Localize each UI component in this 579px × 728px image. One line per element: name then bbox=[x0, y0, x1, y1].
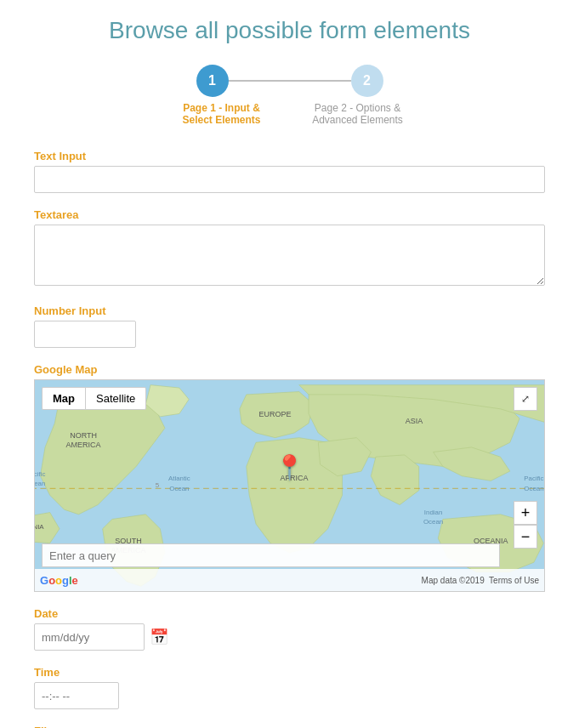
number-input-group: Number Input bbox=[34, 304, 545, 348]
svg-text:Ocean: Ocean bbox=[524, 485, 543, 492]
svg-text:Atlantic: Atlantic bbox=[168, 475, 190, 482]
svg-text:Ocean: Ocean bbox=[423, 518, 443, 526]
map-btn-satellite[interactable]: Satellite bbox=[85, 387, 146, 410]
step-2-label: Page 2 - Options & Advanced Elements bbox=[307, 102, 409, 126]
textarea-label: Textarea bbox=[34, 208, 545, 221]
map-zoom-out-button[interactable]: − bbox=[514, 525, 537, 549]
map-footer: Google Map data ©2019 Terms of Use bbox=[35, 569, 544, 591]
svg-text:OCEANIA: OCEANIA bbox=[35, 523, 44, 531]
svg-text:Pacific: Pacific bbox=[35, 470, 45, 478]
google-map[interactable]: NORTH AMERICA SOUTH AMERICA EUROPE AFRIC… bbox=[34, 379, 545, 592]
map-copyright: Map data ©2019 Terms of Use bbox=[422, 576, 539, 585]
textarea-input[interactable] bbox=[34, 225, 545, 286]
map-type-controls: Map Satellite bbox=[42, 387, 146, 410]
map-pin: 📍 bbox=[275, 453, 304, 481]
map-expand-button[interactable]: ⤢ bbox=[514, 387, 537, 411]
text-input-group: Text Input bbox=[34, 150, 545, 193]
number-input-label: Number Input bbox=[34, 304, 545, 317]
google-map-group: Google Map bbox=[34, 363, 545, 592]
time-input[interactable] bbox=[34, 682, 119, 709]
svg-text:NORTH: NORTH bbox=[70, 431, 97, 440]
stepper: 1 2 Page 1 - Input & Select Elements Pag… bbox=[34, 65, 545, 126]
page-title: Browse all possible form elements bbox=[34, 17, 545, 44]
textarea-group: Textarea bbox=[34, 208, 545, 289]
step-1-circle[interactable]: 1 bbox=[196, 65, 229, 97]
step-2-circle[interactable]: 2 bbox=[351, 65, 383, 97]
text-input[interactable] bbox=[34, 166, 545, 193]
text-input-label: Text Input bbox=[34, 150, 545, 162]
svg-text:5: 5 bbox=[156, 481, 160, 489]
svg-text:Ocean: Ocean bbox=[35, 480, 45, 487]
date-group: Date 📅 bbox=[34, 607, 545, 651]
svg-text:Ocean: Ocean bbox=[169, 485, 189, 492]
date-label: Date bbox=[34, 607, 545, 620]
step-connector bbox=[229, 80, 351, 82]
time-label: Time bbox=[34, 666, 545, 679]
svg-text:Indian: Indian bbox=[424, 509, 442, 516]
number-input[interactable] bbox=[34, 321, 136, 348]
map-search-input[interactable] bbox=[42, 543, 500, 567]
google-logo: Google bbox=[40, 574, 78, 587]
calendar-icon[interactable]: 📅 bbox=[150, 628, 168, 646]
svg-text:EUROPE: EUROPE bbox=[259, 410, 292, 418]
map-zoom-in-button[interactable]: + bbox=[514, 501, 537, 525]
svg-text:Pacific: Pacific bbox=[524, 475, 543, 482]
file-group: File Choose File No file chosen bbox=[34, 725, 545, 728]
map-btn-map[interactable]: Map bbox=[42, 387, 85, 410]
map-search-bar bbox=[42, 543, 500, 567]
svg-text:ASIA: ASIA bbox=[406, 417, 423, 425]
date-input[interactable] bbox=[34, 623, 145, 651]
step-1-label: Page 1 - Input & Select Elements bbox=[171, 102, 273, 126]
file-label: File bbox=[34, 725, 545, 728]
google-map-label: Google Map bbox=[34, 363, 545, 376]
svg-text:AMERICA: AMERICA bbox=[66, 441, 101, 449]
map-zoom-controls: + − bbox=[514, 501, 537, 549]
time-group: Time bbox=[34, 666, 545, 709]
